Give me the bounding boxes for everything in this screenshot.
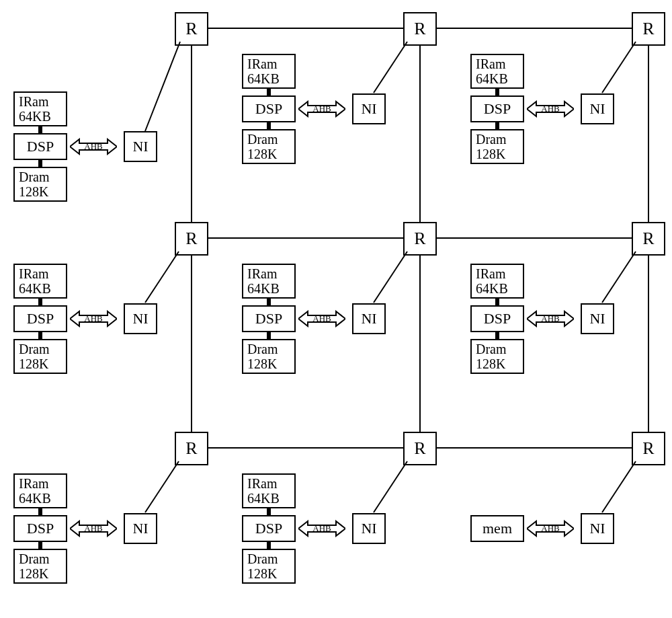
svg-line-3 <box>145 252 179 303</box>
dsp-label: DSP <box>255 310 282 327</box>
iram-block: IRam 64KB <box>13 473 67 508</box>
iram-block: IRam 64KB <box>470 54 524 89</box>
router: R <box>175 222 208 256</box>
dram-size: 128K <box>247 356 277 371</box>
dram-block: Dram 128K <box>242 339 296 374</box>
connector <box>495 89 499 95</box>
dram-block: Dram 128K <box>13 167 67 202</box>
mem-block: mem <box>470 515 524 542</box>
ahb-arrow: AHB <box>298 520 345 537</box>
dsp-label: DSP <box>255 100 282 118</box>
iram-size: 64KB <box>476 71 508 86</box>
mesh-link <box>419 46 421 222</box>
dsp-block: DSP <box>242 515 296 542</box>
svg-marker-16 <box>298 521 345 536</box>
iram-size: 64KB <box>247 71 280 86</box>
svg-line-4 <box>374 252 407 303</box>
ni-label: NI <box>132 138 148 155</box>
mesh-link <box>437 28 632 29</box>
ahb-arrow: AHB <box>527 520 574 537</box>
dsp-block: DSP <box>242 95 296 122</box>
iram-label: IRam <box>19 94 48 109</box>
ni-label: NI <box>361 100 376 118</box>
iram-size: 64KB <box>19 491 51 506</box>
ahb-arrow: AHB <box>527 100 574 118</box>
mesh-link <box>191 256 192 432</box>
iram-size: 64KB <box>19 281 51 296</box>
dram-label: Dram <box>19 342 50 356</box>
ni-label: NI <box>589 100 605 118</box>
noc-diagram: R R R R R R R R R IRam 64KB DSP Dram 128… <box>0 0 672 618</box>
dram-block: Dram 128K <box>13 339 67 374</box>
router-label: R <box>414 19 425 39</box>
connector <box>38 542 42 549</box>
dram-size: 128K <box>476 147 505 161</box>
svg-line-0 <box>145 42 180 131</box>
iram-size: 64KB <box>247 491 280 506</box>
router: R <box>632 222 665 256</box>
svg-line-6 <box>145 461 179 512</box>
router: R <box>403 432 437 465</box>
iram-size: 64KB <box>247 281 280 296</box>
ni-block: NI <box>352 513 386 544</box>
ni-label: NI <box>361 310 376 327</box>
ni-label: NI <box>589 520 605 537</box>
dsp-label: DSP <box>255 520 282 537</box>
dram-size: 128K <box>19 566 48 581</box>
dram-label: Dram <box>247 551 278 566</box>
ahb-arrow: AHB <box>298 310 345 327</box>
ni-block: NI <box>352 93 386 124</box>
dsp-block: DSP <box>13 515 67 542</box>
connector <box>495 122 499 129</box>
iram-label: IRam <box>19 266 48 281</box>
dram-block: Dram 128K <box>470 339 524 374</box>
svg-marker-13 <box>298 311 345 326</box>
ahb-arrow: AHB <box>298 100 345 118</box>
dram-block: Dram 128K <box>470 129 524 164</box>
router: R <box>175 432 208 465</box>
router: R <box>632 432 665 465</box>
dram-label: Dram <box>247 132 278 147</box>
ni-label: NI <box>132 520 148 537</box>
mesh-link <box>648 46 649 222</box>
router-label: R <box>414 229 425 249</box>
router-label: R <box>185 438 197 459</box>
connector <box>267 332 271 339</box>
dsp-block: DSP <box>13 133 67 160</box>
ni-block: NI <box>352 303 386 334</box>
mesh-link <box>208 237 403 239</box>
iram-label: IRam <box>476 266 505 281</box>
dram-size: 128K <box>247 566 277 581</box>
dram-label: Dram <box>247 342 278 356</box>
dsp-block: DSP <box>470 305 524 332</box>
mesh-link <box>208 447 403 449</box>
mem-label: mem <box>482 520 512 537</box>
iram-block: IRam 64KB <box>242 54 296 89</box>
connector <box>267 89 271 95</box>
mesh-link <box>437 237 632 239</box>
svg-marker-14 <box>527 311 574 326</box>
dram-size: 128K <box>19 184 48 199</box>
svg-marker-15 <box>70 521 117 536</box>
dram-block: Dram 128K <box>242 129 296 164</box>
ni-block: NI <box>581 93 614 124</box>
connector <box>267 299 271 305</box>
router-label: R <box>642 229 654 249</box>
svg-line-5 <box>602 252 636 303</box>
ni-block: NI <box>124 513 157 544</box>
iram-label: IRam <box>247 266 277 281</box>
dram-label: Dram <box>476 132 507 147</box>
connector <box>38 160 42 167</box>
ni-label: NI <box>589 310 605 327</box>
iram-label: IRam <box>476 56 505 71</box>
dsp-label: DSP <box>27 138 54 155</box>
iram-label: IRam <box>19 476 48 491</box>
svg-marker-10 <box>298 102 345 116</box>
connector <box>38 126 42 133</box>
mesh-link <box>191 46 192 222</box>
dram-block: Dram 128K <box>242 549 296 584</box>
ahb-arrow: AHB <box>527 310 574 327</box>
ahb-arrow: AHB <box>70 138 117 155</box>
dram-label: Dram <box>19 551 50 566</box>
mesh-link <box>437 447 632 449</box>
